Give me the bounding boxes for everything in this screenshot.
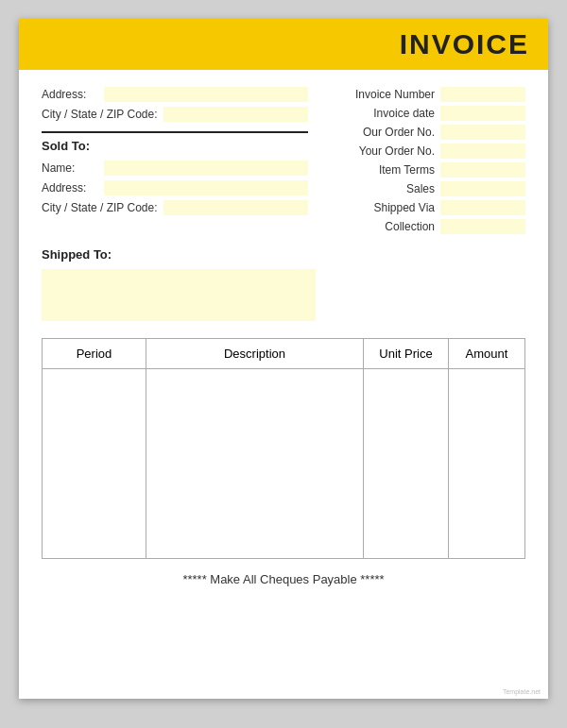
input-shipped_via[interactable] xyxy=(440,200,525,215)
right-field-row-invoice_number: Invoice Number xyxy=(327,87,525,102)
right-field-row-your_order_no: Your Order No. xyxy=(327,144,525,159)
label-shipped_via: Shipped Via xyxy=(374,201,436,214)
invoice-table: Period Description Unit Price Amount xyxy=(42,338,525,559)
address2-label: Address: xyxy=(42,181,98,195)
city2-row: City / State / ZIP Code: xyxy=(42,200,308,215)
watermark: Template.net xyxy=(503,688,541,695)
city-label: City / State / ZIP Code: xyxy=(42,108,158,121)
header-bar: INVOICE xyxy=(19,19,548,70)
content-area: Address: City / State / ZIP Code: Sold T… xyxy=(19,70,548,613)
input-item_terms[interactable] xyxy=(440,162,525,178)
col-unit-header: Unit Price xyxy=(364,339,449,368)
city-input[interactable] xyxy=(163,107,309,122)
right-field-row-sales: Sales xyxy=(327,181,525,196)
shipped-to-label: Shipped To: xyxy=(42,247,525,262)
col-period-header: Period xyxy=(43,339,146,368)
city2-input[interactable] xyxy=(163,200,309,215)
top-section: Address: City / State / ZIP Code: Sold T… xyxy=(42,87,525,238)
address-label: Address: xyxy=(42,88,98,101)
input-invoice_date[interactable] xyxy=(440,106,525,121)
label-collection: Collection xyxy=(385,220,435,233)
right-field-row-shipped_via: Shipped Via xyxy=(327,200,525,215)
invoice-page: INVOICE Address: City / State / ZIP Code… xyxy=(19,19,548,699)
right-field-row-item_terms: Item Terms xyxy=(327,162,525,178)
table-body xyxy=(43,369,524,558)
city2-label: City / State / ZIP Code: xyxy=(42,201,158,214)
address2-input[interactable] xyxy=(104,180,308,195)
table-header: Period Description Unit Price Amount xyxy=(43,339,524,369)
name-row: Name: xyxy=(42,161,308,176)
label-your_order_no: Your Order No. xyxy=(359,144,435,158)
label-our_order_no: Our Order No. xyxy=(363,126,435,139)
right-field-row-our_order_no: Our Order No. xyxy=(327,125,525,140)
name-label: Name: xyxy=(42,161,98,175)
address-row: Address: xyxy=(42,87,308,102)
left-column: Address: City / State / ZIP Code: Sold T… xyxy=(42,87,308,238)
footer-text: ***** Make All Cheques Payable ***** xyxy=(42,572,525,586)
col-desc-header: Description xyxy=(146,339,364,368)
right-field-row-invoice_date: Invoice date xyxy=(327,106,525,121)
right-field-row-collection: Collection xyxy=(327,219,525,234)
address-input[interactable] xyxy=(104,87,308,102)
label-invoice_number: Invoice Number xyxy=(355,88,435,101)
sold-to-label: Sold To: xyxy=(42,139,308,153)
period-cell[interactable] xyxy=(43,369,146,558)
divider xyxy=(42,131,308,133)
unit-price-cell[interactable] xyxy=(364,369,449,558)
city-row: City / State / ZIP Code: xyxy=(42,107,308,122)
input-our_order_no[interactable] xyxy=(440,125,525,140)
amount-cell[interactable] xyxy=(449,369,524,558)
label-item_terms: Item Terms xyxy=(379,163,435,177)
name-input[interactable] xyxy=(104,161,308,176)
address2-row: Address: xyxy=(42,180,308,195)
shipped-to-section: Shipped To: xyxy=(42,247,525,321)
input-invoice_number[interactable] xyxy=(440,87,525,102)
right-fields: Invoice NumberInvoice dateOur Order No.Y… xyxy=(327,87,525,234)
input-collection[interactable] xyxy=(440,219,525,234)
input-your_order_no[interactable] xyxy=(440,144,525,159)
description-cell[interactable] xyxy=(146,369,364,558)
label-invoice_date: Invoice date xyxy=(373,107,435,120)
shipped-to-input[interactable] xyxy=(42,269,316,321)
col-amount-header: Amount xyxy=(449,339,524,368)
right-column: Invoice NumberInvoice dateOur Order No.Y… xyxy=(327,87,525,238)
invoice-title: INVOICE xyxy=(38,28,529,60)
input-sales[interactable] xyxy=(440,181,525,196)
label-sales: Sales xyxy=(406,182,435,195)
